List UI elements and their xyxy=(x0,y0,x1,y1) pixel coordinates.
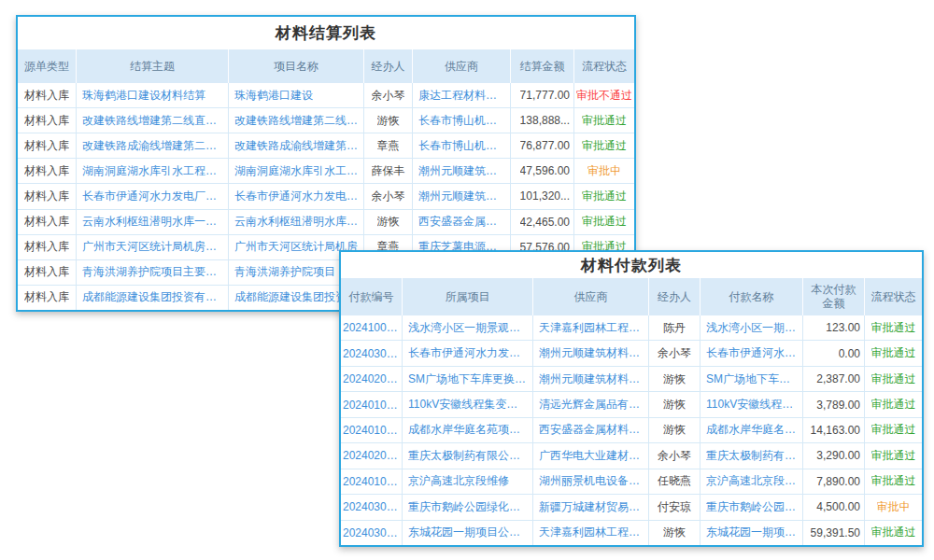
payment-number-link[interactable]: 2024100001 xyxy=(341,315,403,340)
payment-name-link[interactable]: 重庆市鹅岭公园绿... xyxy=(700,495,803,519)
supplier-link-text[interactable]: 长春市博山机电设备... xyxy=(418,138,504,154)
project-link[interactable]: 长春市伊通河水力发电... xyxy=(403,341,533,365)
settlement-subject-link-text[interactable]: 青海洪湖养护院项目主要材料结算 xyxy=(82,264,222,280)
project-link[interactable]: 东城花园一期项目公寓... xyxy=(403,521,533,545)
payment-name-link[interactable]: 东城花园一期项目... xyxy=(700,521,803,545)
supplier-link[interactable]: 广西华电大业建材有限... xyxy=(533,443,649,468)
project-link-text[interactable]: 110kV安徽线程集变开断... xyxy=(408,397,527,413)
settlement-subject-link[interactable]: 成都能源建设集团投资有限公司临... xyxy=(77,286,229,310)
payment-name-link-text[interactable]: 成都水岸华庭名苑... xyxy=(706,422,797,438)
supplier-link-text[interactable]: 西安盛器金属材料有限... xyxy=(539,422,643,438)
settlement-subject-link-text[interactable]: 云南水利枢纽潜明水库一期工程施... xyxy=(82,214,222,230)
project-name-link-text[interactable]: 青海洪湖养护院项目 xyxy=(234,264,335,280)
supplier-link[interactable]: 天津嘉利园林工程有限... xyxy=(533,315,649,340)
payment-number-link-text[interactable]: 2024020012 xyxy=(343,372,400,385)
project-name-link-text[interactable]: 改建铁路线增建第二线直... xyxy=(234,113,358,129)
supplier-link[interactable]: 潮州元顺建筑材料有限... xyxy=(533,341,649,365)
payment-name-link-text[interactable]: 长春市伊通河水力... xyxy=(706,345,797,361)
project-name-link-text[interactable]: 长春市伊通河水力发电厂... xyxy=(234,189,358,204)
settlement-subject-link[interactable]: 湖南洞庭湖水库引水工程施工I标材... xyxy=(77,159,229,183)
settlement-subject-link[interactable]: 广州市天河区统计局机房改造项目... xyxy=(77,235,229,259)
payment-name-link-text[interactable]: SM广场地下车库更... xyxy=(706,371,797,387)
project-link-text[interactable]: 东城花园一期项目公寓... xyxy=(408,525,527,540)
supplier-link-text[interactable]: 潮州元顺建筑材料有限... xyxy=(539,345,643,361)
settlement-subject-link-text[interactable]: 珠海鹤港口建设材料结算 xyxy=(82,88,205,104)
payment-name-link-text[interactable]: 东城花园一期项目... xyxy=(706,525,797,540)
payment-name-link[interactable]: SM广场地下车库更... xyxy=(700,367,803,391)
settlement-subject-link-text[interactable]: 改建铁路成渝线增建第二直通线（... xyxy=(82,138,222,154)
payment-number-link[interactable]: 2024030005 xyxy=(341,495,403,519)
project-link-text[interactable]: 重庆市鹅岭公园绿化景... xyxy=(408,499,527,515)
project-link-text[interactable]: 成都水岸华庭名苑项目... xyxy=(408,422,527,438)
supplier-link[interactable]: 长春市博山机电设备... xyxy=(413,133,511,158)
supplier-link-text[interactable]: 长春市博山机电设备... xyxy=(418,113,504,129)
project-link[interactable]: 成都水岸华庭名苑项目... xyxy=(403,418,533,442)
payment-number-link-text[interactable]: 2024030005 xyxy=(343,500,400,513)
project-link-text[interactable]: 长春市伊通河水力发电... xyxy=(408,345,527,361)
supplier-link-text[interactable]: 潮州元顺建筑材料有限... xyxy=(539,371,643,387)
supplier-link[interactable]: 长春市博山机电设备... xyxy=(413,108,511,133)
payment-name-link[interactable]: 浅水湾小区一期景... xyxy=(700,315,803,340)
payment-name-link-text[interactable]: 浅水湾小区一期景... xyxy=(706,320,797,336)
settlement-subject-link-text[interactable]: 成都能源建设集团投资有限公司临... xyxy=(82,289,222,305)
project-name-link-text[interactable]: 云南水利枢纽潜明水库一... xyxy=(234,214,358,230)
project-name-link-text[interactable]: 珠海鹤港口建设 xyxy=(234,88,313,104)
supplier-link-text[interactable]: 新疆万城建材贸易有限... xyxy=(539,499,643,515)
settlement-subject-link-text[interactable]: 湖南洞庭湖水库引水工程施工I标材... xyxy=(82,163,222,179)
supplier-link[interactable]: 西安盛器金属材料有限... xyxy=(533,418,649,442)
supplier-link[interactable]: 潮州元顺建筑材料有限... xyxy=(533,367,649,391)
payment-number-link-text[interactable]: 2024030006 xyxy=(343,526,400,539)
supplier-link-text[interactable]: 广西华电大业建材有限... xyxy=(539,448,643,464)
project-link[interactable]: 110kV安徽线程集变开断... xyxy=(403,392,533,416)
project-name-link[interactable]: 改建铁路成渝线增建第二... xyxy=(229,133,364,158)
supplier-link-text[interactable]: 康达工程材料有限公司 xyxy=(418,88,504,104)
payment-number-link[interactable]: 2024030007 xyxy=(341,341,403,365)
payment-number-link-text[interactable]: 2024030007 xyxy=(343,347,400,360)
payment-number-link[interactable]: 2024020012 xyxy=(341,367,403,391)
supplier-link-text[interactable]: 西安盛器金属材料有... xyxy=(418,214,504,230)
project-name-link[interactable]: 长春市伊通河水力发电厂... xyxy=(229,184,364,208)
supplier-link[interactable]: 湖州丽景机电设备有限... xyxy=(533,469,649,494)
payment-name-link-text[interactable]: 重庆太极制药有限... xyxy=(706,448,797,464)
project-link-text[interactable]: 浅水湾小区一期景观提... xyxy=(408,320,527,336)
supplier-link[interactable]: 潮州元顺建筑材料有... xyxy=(413,159,511,183)
payment-number-link-text[interactable]: 2024010008 xyxy=(343,475,400,488)
settlement-subject-link[interactable]: 长春市伊通河水力发电厂改建工程... xyxy=(77,184,229,208)
settlement-subject-link[interactable]: 改建铁路线增建第二线直通线（成... xyxy=(77,108,229,133)
project-name-link[interactable]: 云南水利枢纽潜明水库一... xyxy=(229,210,364,234)
payment-number-link-text[interactable]: 2024010010 xyxy=(343,399,400,412)
project-name-link[interactable]: 湖南洞庭湖水库引水工程... xyxy=(229,159,364,183)
project-link[interactable]: 重庆市鹅岭公园绿化景... xyxy=(403,495,533,519)
supplier-link-text[interactable]: 天津嘉利园林工程有限... xyxy=(539,320,643,336)
payment-name-link[interactable]: 成都水岸华庭名苑... xyxy=(700,418,803,442)
payment-number-link[interactable]: 2024020011 xyxy=(341,443,403,468)
project-link-text[interactable]: SM广场地下车库更换摄... xyxy=(408,371,527,387)
supplier-link[interactable]: 天津嘉利园林工程有限... xyxy=(533,521,649,545)
payment-number-link[interactable]: 2024010008 xyxy=(341,469,403,494)
supplier-link-text[interactable]: 清远光辉金属品有限公司 xyxy=(539,397,643,413)
settlement-subject-link[interactable]: 改建铁路成渝线增建第二直通线（... xyxy=(77,133,229,158)
settlement-subject-link[interactable]: 云南水利枢纽潜明水库一期工程施... xyxy=(77,210,229,234)
project-name-link-text[interactable]: 改建铁路成渝线增建第二... xyxy=(234,138,358,154)
supplier-link[interactable]: 西安盛器金属材料有... xyxy=(413,210,511,234)
payment-name-link-text[interactable]: 重庆市鹅岭公园绿... xyxy=(706,499,797,515)
project-link[interactable]: 京沪高速北京段维修 xyxy=(403,469,533,494)
project-name-link[interactable]: 改建铁路线增建第二线直... xyxy=(229,108,364,133)
payment-name-link[interactable]: 长春市伊通河水力... xyxy=(700,341,803,365)
project-link-text[interactable]: 京沪高速北京段维修 xyxy=(408,473,509,489)
project-link-text[interactable]: 重庆太极制药有限公司... xyxy=(408,448,527,464)
settlement-subject-link-text[interactable]: 改建铁路线增建第二线直通线（成... xyxy=(82,113,222,129)
project-name-link-text[interactable]: 湖南洞庭湖水库引水工程... xyxy=(234,163,358,179)
payment-number-link-text[interactable]: 2024020011 xyxy=(343,449,400,462)
settlement-subject-link[interactable]: 青海洪湖养护院项目主要材料结算 xyxy=(77,260,229,285)
project-name-link[interactable]: 珠海鹤港口建设 xyxy=(229,83,364,107)
supplier-link-text[interactable]: 潮州元顺建筑材料有... xyxy=(418,163,504,179)
supplier-link[interactable]: 清远光辉金属品有限公司 xyxy=(533,392,649,416)
payment-name-link[interactable]: 110kV安徽线程集变... xyxy=(700,392,803,416)
payment-name-link-text[interactable]: 110kV安徽线程集变... xyxy=(706,397,797,413)
payment-number-link-text[interactable]: 2024100001 xyxy=(343,321,400,334)
payment-name-link-text[interactable]: 京沪高速北京段维... xyxy=(706,473,797,489)
settlement-subject-link-text[interactable]: 广州市天河区统计局机房改造项目... xyxy=(82,239,222,255)
payment-number-link[interactable]: 2024010009 xyxy=(341,418,403,442)
supplier-link[interactable]: 康达工程材料有限公司 xyxy=(413,83,511,107)
